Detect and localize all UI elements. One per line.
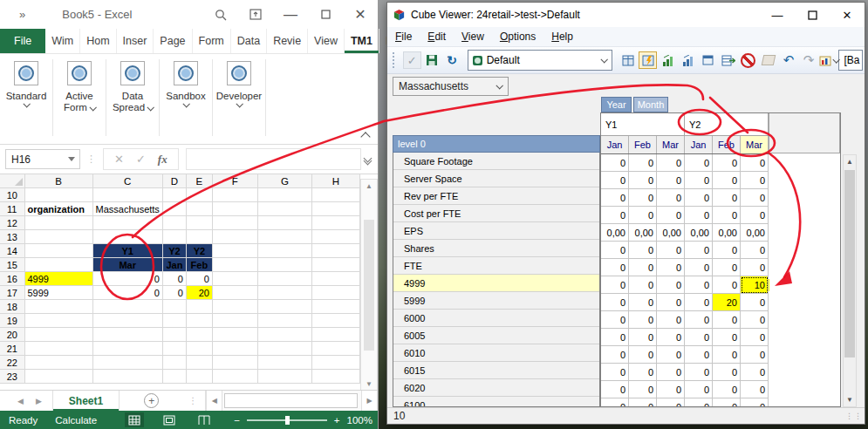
row-label-eps[interactable]: EPS — [393, 222, 599, 240]
data-cell[interactable]: 0 — [713, 364, 741, 381]
data-cell[interactable]: 20 — [713, 294, 741, 311]
close-button[interactable]: ✕ — [343, 2, 378, 28]
cell-B16[interactable]: 4999 — [24, 272, 92, 286]
hscroll-thumb[interactable] — [224, 393, 358, 408]
zoom-slider-handle[interactable] — [285, 416, 290, 425]
data-cell[interactable]: 0 — [657, 329, 685, 346]
dimension-filter-combo[interactable]: Massachusetts — [393, 77, 509, 96]
view-selector-combo[interactable]: Default — [468, 50, 613, 71]
row-header-11[interactable]: 11 — [0, 202, 24, 216]
data-cell[interactable]: 0 — [713, 398, 741, 407]
cell-G12[interactable] — [257, 216, 311, 230]
data-cell[interactable]: 0 — [601, 398, 629, 407]
data-cell[interactable]: 0 — [601, 242, 629, 259]
column-header-G[interactable]: G — [257, 174, 311, 188]
ribbon-tab-tm1[interactable]: TM1 — [345, 29, 379, 53]
cell-G17[interactable] — [257, 286, 311, 300]
zoom-slider[interactable] — [247, 419, 327, 421]
data-cell[interactable]: 0 — [741, 381, 769, 398]
quick-access-overflow-icon[interactable]: » — [19, 8, 25, 21]
ribbon-tab-data[interactable]: Data — [231, 29, 267, 53]
cell-F15[interactable] — [212, 258, 257, 272]
apply-check-icon[interactable]: ✓ — [403, 51, 421, 69]
cell-G19[interactable] — [257, 314, 311, 328]
cell-B12[interactable] — [24, 216, 92, 230]
cell-E15[interactable]: Feb — [186, 258, 212, 272]
row-header-20[interactable]: 20 — [0, 328, 24, 342]
cell-F17[interactable] — [212, 286, 257, 300]
data-cell[interactable]: 0,00 — [741, 224, 769, 242]
scroll-up-icon[interactable]: ▲ — [844, 155, 856, 168]
cube-grid-icon[interactable] — [619, 51, 637, 69]
excel-vertical-scrollbar[interactable]: ▲ ▼ — [360, 179, 378, 392]
cell-G13[interactable] — [257, 230, 311, 244]
cell-G15[interactable] — [257, 258, 311, 272]
cancel-entry-icon[interactable]: ✕ — [114, 153, 124, 166]
data-cell[interactable]: 0 — [629, 381, 657, 398]
row-label-fte[interactable]: FTE — [393, 257, 599, 275]
data-cell[interactable]: 0 — [713, 242, 741, 259]
data-cell[interactable]: 0 — [685, 154, 713, 172]
cell-C19[interactable] — [92, 314, 162, 328]
base-view-combo[interactable]: [Ba — [838, 50, 863, 71]
ribbon-group-active[interactable]: ActiveForm — [53, 59, 106, 136]
data-cell[interactable]: 0 — [713, 207, 741, 224]
column-dimension-year[interactable]: Year — [601, 97, 632, 112]
cell-F16[interactable] — [212, 272, 257, 286]
row-header-21[interactable]: 21 — [0, 342, 24, 356]
data-cell[interactable]: 0 — [601, 259, 629, 276]
column-header-H[interactable]: H — [311, 174, 359, 188]
ribbon-group-sandbox[interactable]: Sandbox — [160, 59, 213, 136]
cell-C16[interactable]: 0 — [92, 272, 162, 286]
data-cell[interactable]: 0 — [657, 259, 685, 276]
row-header-14[interactable]: 14 — [0, 244, 24, 258]
data-cell[interactable]: 0 — [657, 207, 685, 224]
row-header-18[interactable]: 18 — [0, 300, 24, 314]
cell-G14[interactable] — [257, 244, 311, 258]
normal-view-icon[interactable] — [125, 412, 144, 427]
cell-H21[interactable] — [311, 342, 359, 356]
data-cell[interactable]: 0 — [713, 259, 741, 276]
ribbon-group-standard[interactable]: Standard — [0, 59, 53, 136]
cell-D14[interactable]: Y2 — [162, 244, 186, 258]
month-header-4-feb[interactable]: Feb — [713, 136, 741, 153]
ribbon-group-data[interactable]: DataSpread — [106, 59, 160, 136]
cell-H17[interactable] — [311, 286, 359, 300]
cell-C23[interactable] — [92, 370, 162, 384]
chart-column-icon[interactable] — [659, 51, 677, 69]
data-cell[interactable]: 0 — [713, 381, 741, 398]
window-icon[interactable] — [699, 51, 717, 69]
column-header-F[interactable]: F — [212, 174, 257, 188]
excel-horizontal-scrollbar[interactable]: ◀ ▶ — [205, 391, 378, 411]
select-all-corner[interactable] — [0, 174, 24, 188]
zoom-in-icon[interactable]: + — [334, 415, 340, 426]
cell-E16[interactable]: 0 — [186, 272, 212, 286]
chevron-down-icon[interactable] — [147, 104, 154, 111]
menu-view[interactable]: View — [454, 31, 492, 43]
ribbon-tab-inser[interactable]: Inser — [117, 29, 154, 53]
data-cell[interactable]: 0 — [657, 154, 685, 172]
confirm-entry-icon[interactable]: ✓ — [136, 153, 146, 166]
ribbon-tab-page[interactable]: Page — [154, 29, 192, 53]
cell-E14[interactable]: Y2 — [186, 244, 212, 258]
data-cell[interactable]: 0 — [601, 294, 629, 311]
data-cell[interactable]: 0 — [685, 259, 713, 276]
cell-F10[interactable] — [212, 188, 257, 202]
undo-icon[interactable]: ↶ — [779, 51, 797, 69]
data-cell[interactable]: 0 — [601, 329, 629, 346]
row-label-6005[interactable]: 6005 — [393, 327, 599, 344]
data-cell[interactable]: 0 — [713, 346, 741, 364]
row-label-6015[interactable]: 6015 — [393, 362, 599, 379]
data-cell[interactable]: 0 — [741, 329, 769, 346]
row-label-rev-per-fte[interactable]: Rev per FTE — [393, 187, 599, 205]
data-cell[interactable]: 0 — [657, 398, 685, 407]
cell-B11[interactable]: organization — [24, 202, 92, 216]
data-cell[interactable]: 0 — [601, 207, 629, 224]
cell-B13[interactable] — [24, 230, 92, 244]
scroll-left-icon[interactable]: ◀ — [206, 391, 222, 411]
cell-G16[interactable] — [257, 272, 311, 286]
data-cell[interactable]: 0 — [741, 154, 769, 172]
data-cell[interactable]: 0 — [685, 381, 713, 398]
data-cell[interactable]: 0 — [741, 259, 769, 276]
row-label-shares[interactable]: Shares — [393, 240, 599, 257]
